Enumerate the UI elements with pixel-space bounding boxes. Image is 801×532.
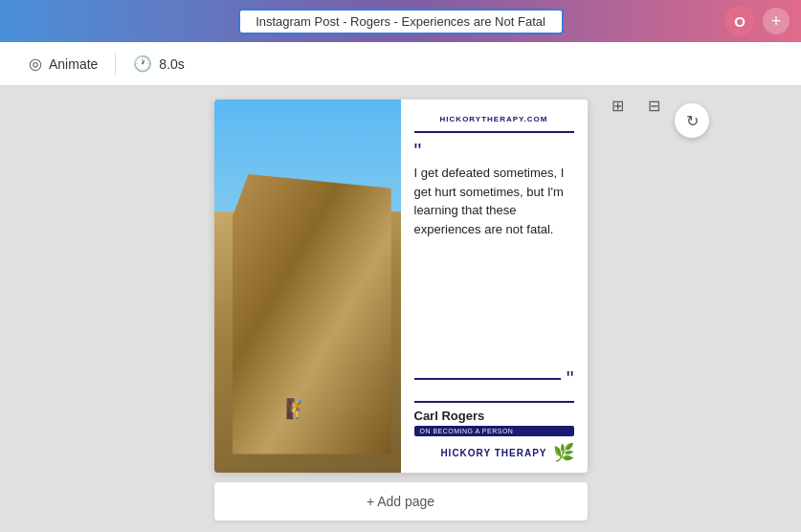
refresh-icon: ↻ bbox=[686, 112, 699, 130]
climber-icon: 🧗 bbox=[285, 397, 309, 420]
post-text-panel: HICKORYTHERAPY.COM " I get defeated some… bbox=[401, 100, 588, 473]
quote-text: I get defeated sometimes, I get hurt som… bbox=[414, 164, 574, 363]
quote-open: " bbox=[414, 141, 574, 162]
post-photo: 🧗 bbox=[214, 100, 401, 473]
add-button[interactable]: + bbox=[763, 8, 790, 34]
animate-icon: ◎ bbox=[29, 55, 42, 73]
animate-button[interactable]: ◎ Animate bbox=[15, 49, 111, 78]
author-book: ON BECOMING A PERSON bbox=[414, 426, 574, 436]
toolbar-divider bbox=[115, 53, 116, 76]
clock-icon: 🕐 bbox=[133, 55, 152, 73]
author-name: Carl Rogers bbox=[414, 409, 574, 423]
quote-close: " bbox=[567, 366, 574, 391]
refresh-button[interactable]: ↻ bbox=[675, 103, 709, 138]
author-section: Carl Rogers ON BECOMING A PERSON bbox=[414, 401, 574, 436]
quote-close-row: " bbox=[414, 366, 574, 391]
logo-row: HICKORY THERAPY 🌿 bbox=[414, 442, 574, 463]
avatar[interactable]: O bbox=[724, 6, 755, 36]
add-page-button[interactable]: + Add page bbox=[214, 482, 588, 521]
logo-text: HICKORY THERAPY bbox=[440, 448, 546, 458]
top-bar-right: O + bbox=[724, 6, 790, 36]
duration-label: 8.0s bbox=[159, 56, 184, 72]
leaf-icon: 🌿 bbox=[553, 442, 574, 463]
title-input[interactable] bbox=[238, 9, 564, 34]
resize-icon[interactable]: ⊞ bbox=[604, 92, 631, 119]
duration-button[interactable]: 🕐 8.0s bbox=[120, 49, 197, 78]
quote-line bbox=[414, 378, 561, 380]
rock-texture bbox=[233, 174, 391, 454]
post-card: 🧗 HICKORYTHERAPY.COM " I get defeated so… bbox=[214, 100, 588, 473]
frame-icon[interactable]: ⊟ bbox=[640, 92, 667, 119]
canvas-area: ⊡ ⊞ ⊟ ↻ 🧗 HICKORYTHERAPY.COM " I get def… bbox=[0, 86, 801, 532]
website-label: HICKORYTHERAPY.COM bbox=[414, 111, 574, 133]
toolbar: ◎ Animate 🕐 8.0s bbox=[0, 42, 801, 86]
top-bar: O + bbox=[0, 0, 801, 42]
animate-label: Animate bbox=[49, 56, 98, 72]
